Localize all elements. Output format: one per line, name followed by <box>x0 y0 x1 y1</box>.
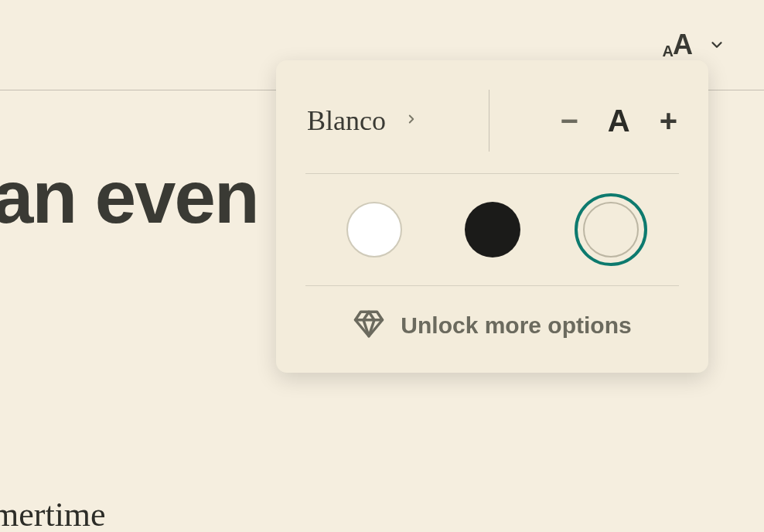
font-family-name: Blanco <box>307 104 386 137</box>
divider-vertical <box>489 90 489 152</box>
font-size-small-a-icon: A <box>663 43 674 59</box>
font-size-indicator-icon: A <box>608 105 630 136</box>
font-size-big-a-icon: A <box>673 31 693 59</box>
decrease-font-button[interactable]: − <box>560 105 578 136</box>
unlock-label: Unlock more options <box>401 312 631 339</box>
article-subtext-partial: mertime <box>0 495 106 532</box>
theme-light-swatch[interactable] <box>346 202 402 257</box>
theme-dark-swatch[interactable] <box>465 202 520 257</box>
theme-swatches <box>307 174 677 285</box>
font-row: Blanco − A + <box>307 82 677 173</box>
font-settings-trigger[interactable]: A A <box>663 31 693 59</box>
font-size-controls: − A + <box>560 105 677 136</box>
font-family-selector[interactable]: Blanco <box>307 104 418 137</box>
chevron-right-icon <box>404 112 418 129</box>
chevron-down-icon[interactable] <box>708 36 725 53</box>
theme-sepia-swatch[interactable] <box>583 202 639 257</box>
display-settings-popover: Blanco − A + Unlock more options <box>276 60 708 373</box>
increase-font-button[interactable]: + <box>660 105 677 136</box>
article-heading-partial: an even <box>0 155 258 240</box>
unlock-more-options-button[interactable]: Unlock more options <box>307 286 677 348</box>
diamond-icon <box>353 308 385 343</box>
